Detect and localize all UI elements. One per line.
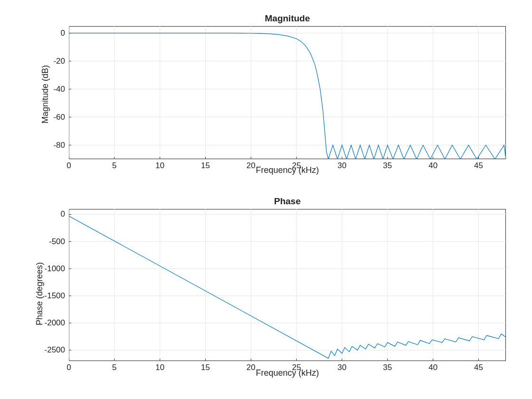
chart-title-magnitude: Magnitude (69, 13, 506, 24)
phase-ylabel: Phase (degrees) (35, 262, 45, 325)
magnitude-plot: 051015202530354045-80-60-40-200 (69, 26, 506, 159)
phase-xlabel: Frequency (kHz) (69, 368, 506, 378)
phase-svg (69, 209, 506, 361)
magnitude-svg (69, 26, 506, 159)
ytick-label: -2500 (37, 345, 65, 355)
ytick-label: -500 (37, 237, 65, 247)
magnitude-ylabel: Magnitude (dB) (40, 65, 50, 124)
ytick-label: -20 (37, 57, 65, 66)
phase-plot: 051015202530354045-2500-2000-1500-1000-5… (69, 209, 506, 361)
magnitude-xlabel: Frequency (kHz) (69, 165, 506, 175)
ytick-label: 0 (37, 209, 65, 219)
chart-title-phase: Phase (69, 196, 506, 207)
ytick-label: -80 (37, 141, 65, 150)
ytick-label: 0 (37, 28, 65, 38)
